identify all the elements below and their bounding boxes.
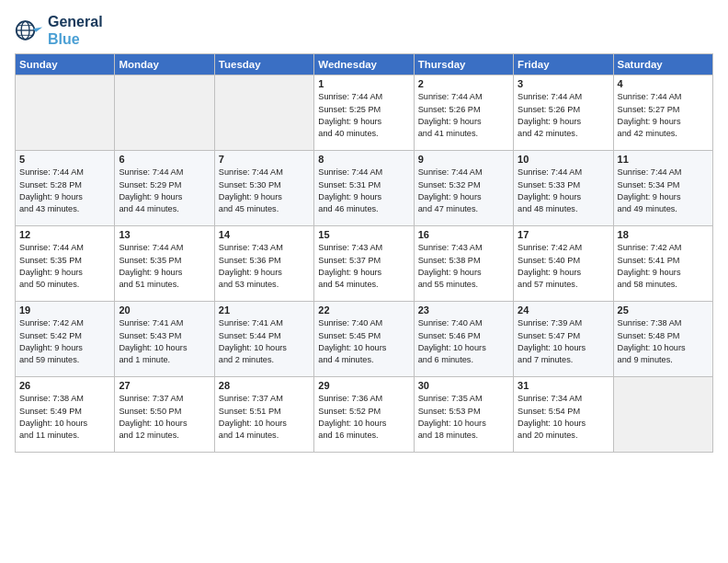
day-number: 10 [518, 154, 609, 165]
col-header-sunday: Sunday [16, 54, 115, 75]
day-info: Sunrise: 7:37 AM Sunset: 5:51 PM Dayligh… [219, 393, 310, 442]
col-header-tuesday: Tuesday [214, 54, 313, 75]
calendar-cell: 30Sunrise: 7:35 AM Sunset: 5:53 PM Dayli… [414, 377, 513, 453]
day-info: Sunrise: 7:42 AM Sunset: 5:41 PM Dayligh… [618, 242, 709, 291]
day-number: 22 [318, 304, 409, 316]
day-info: Sunrise: 7:37 AM Sunset: 5:50 PM Dayligh… [119, 393, 210, 442]
day-info: Sunrise: 7:44 AM Sunset: 5:35 PM Dayligh… [119, 242, 210, 291]
day-number: 20 [119, 304, 210, 316]
day-number: 14 [219, 229, 310, 240]
calendar-week-2: 5Sunrise: 7:44 AM Sunset: 5:28 PM Daylig… [16, 151, 713, 226]
calendar-week-5: 26Sunrise: 7:38 AM Sunset: 5:49 PM Dayli… [16, 377, 713, 453]
day-info: Sunrise: 7:44 AM Sunset: 5:29 PM Dayligh… [119, 167, 210, 215]
col-header-monday: Monday [115, 54, 214, 75]
calendar-cell: 6Sunrise: 7:44 AM Sunset: 5:29 PM Daylig… [115, 151, 214, 226]
day-info: Sunrise: 7:44 AM Sunset: 5:25 PM Dayligh… [318, 91, 409, 140]
day-info: Sunrise: 7:42 AM Sunset: 5:40 PM Dayligh… [518, 242, 609, 291]
calendar-cell: 14Sunrise: 7:43 AM Sunset: 5:36 PM Dayli… [214, 226, 313, 302]
day-info: Sunrise: 7:44 AM Sunset: 5:32 PM Dayligh… [418, 167, 509, 215]
day-info: Sunrise: 7:43 AM Sunset: 5:37 PM Dayligh… [318, 242, 409, 291]
calendar-cell: 23Sunrise: 7:40 AM Sunset: 5:46 PM Dayli… [414, 302, 513, 377]
day-info: Sunrise: 7:44 AM Sunset: 5:31 PM Dayligh… [318, 167, 409, 215]
day-number: 6 [119, 154, 210, 165]
calendar-cell: 31Sunrise: 7:34 AM Sunset: 5:54 PM Dayli… [514, 377, 613, 453]
header: General Blue [15, 9, 713, 48]
day-info: Sunrise: 7:44 AM Sunset: 5:35 PM Dayligh… [19, 242, 110, 291]
day-number: 5 [19, 154, 110, 165]
calendar-cell: 18Sunrise: 7:42 AM Sunset: 5:41 PM Dayli… [613, 226, 712, 302]
day-info: Sunrise: 7:36 AM Sunset: 5:52 PM Dayligh… [318, 393, 409, 442]
day-info: Sunrise: 7:34 AM Sunset: 5:54 PM Dayligh… [518, 393, 609, 442]
day-info: Sunrise: 7:38 AM Sunset: 5:49 PM Dayligh… [19, 393, 110, 442]
day-info: Sunrise: 7:40 AM Sunset: 5:45 PM Dayligh… [318, 317, 409, 366]
day-info: Sunrise: 7:41 AM Sunset: 5:44 PM Dayligh… [219, 317, 310, 366]
day-info: Sunrise: 7:44 AM Sunset: 5:27 PM Dayligh… [618, 91, 709, 140]
day-number: 25 [618, 304, 709, 316]
calendar-cell: 16Sunrise: 7:43 AM Sunset: 5:38 PM Dayli… [414, 226, 513, 302]
calendar-cell: 12Sunrise: 7:44 AM Sunset: 5:35 PM Dayli… [16, 226, 115, 302]
day-info: Sunrise: 7:44 AM Sunset: 5:26 PM Dayligh… [418, 91, 509, 140]
day-number: 13 [119, 229, 210, 240]
day-number: 11 [618, 154, 709, 165]
calendar-cell: 22Sunrise: 7:40 AM Sunset: 5:45 PM Dayli… [314, 302, 414, 377]
day-number: 23 [418, 304, 509, 316]
calendar-week-1: 1Sunrise: 7:44 AM Sunset: 5:25 PM Daylig… [16, 75, 713, 151]
day-number: 9 [418, 154, 509, 165]
calendar-cell: 15Sunrise: 7:43 AM Sunset: 5:37 PM Dayli… [314, 226, 414, 302]
day-info: Sunrise: 7:42 AM Sunset: 5:42 PM Dayligh… [19, 317, 110, 366]
day-number: 2 [418, 78, 509, 89]
day-number: 27 [119, 380, 210, 391]
calendar-cell: 19Sunrise: 7:42 AM Sunset: 5:42 PM Dayli… [16, 302, 115, 377]
calendar-week-3: 12Sunrise: 7:44 AM Sunset: 5:35 PM Dayli… [16, 226, 713, 302]
calendar-cell: 21Sunrise: 7:41 AM Sunset: 5:44 PM Dayli… [214, 302, 313, 377]
day-info: Sunrise: 7:35 AM Sunset: 5:53 PM Dayligh… [418, 393, 509, 442]
day-info: Sunrise: 7:43 AM Sunset: 5:38 PM Dayligh… [418, 242, 509, 291]
day-info: Sunrise: 7:39 AM Sunset: 5:47 PM Dayligh… [518, 317, 609, 366]
day-number: 12 [19, 229, 110, 240]
calendar-cell: 11Sunrise: 7:44 AM Sunset: 5:34 PM Dayli… [613, 151, 712, 226]
day-number: 29 [318, 380, 409, 391]
calendar-cell [214, 75, 313, 151]
col-header-saturday: Saturday [613, 54, 712, 75]
calendar-cell: 24Sunrise: 7:39 AM Sunset: 5:47 PM Dayli… [514, 302, 613, 377]
calendar-cell: 4Sunrise: 7:44 AM Sunset: 5:27 PM Daylig… [613, 75, 712, 151]
calendar-cell: 10Sunrise: 7:44 AM Sunset: 5:33 PM Dayli… [514, 151, 613, 226]
calendar: SundayMondayTuesdayWednesdayThursdayFrid… [15, 53, 713, 453]
calendar-cell: 29Sunrise: 7:36 AM Sunset: 5:52 PM Dayli… [314, 377, 414, 453]
day-info: Sunrise: 7:38 AM Sunset: 5:48 PM Dayligh… [618, 317, 709, 366]
day-number: 17 [518, 229, 609, 240]
day-number: 19 [19, 304, 110, 316]
col-header-wednesday: Wednesday [314, 54, 414, 75]
day-info: Sunrise: 7:44 AM Sunset: 5:33 PM Dayligh… [518, 167, 609, 215]
calendar-cell: 3Sunrise: 7:44 AM Sunset: 5:26 PM Daylig… [514, 75, 613, 151]
col-header-thursday: Thursday [414, 54, 513, 75]
day-number: 15 [318, 229, 409, 240]
day-number: 24 [518, 304, 609, 316]
day-number: 26 [19, 380, 110, 391]
day-info: Sunrise: 7:44 AM Sunset: 5:28 PM Dayligh… [19, 167, 110, 215]
day-number: 16 [418, 229, 509, 240]
day-number: 8 [318, 154, 409, 165]
page: General Blue SundayMondayTuesdayWednesda… [0, 0, 728, 462]
day-info: Sunrise: 7:40 AM Sunset: 5:46 PM Dayligh… [418, 317, 509, 366]
calendar-cell: 17Sunrise: 7:42 AM Sunset: 5:40 PM Dayli… [514, 226, 613, 302]
day-info: Sunrise: 7:44 AM Sunset: 5:26 PM Dayligh… [518, 91, 609, 140]
logo-icon [15, 16, 44, 45]
day-number: 4 [618, 78, 709, 89]
calendar-cell: 2Sunrise: 7:44 AM Sunset: 5:26 PM Daylig… [414, 75, 513, 151]
calendar-cell: 8Sunrise: 7:44 AM Sunset: 5:31 PM Daylig… [314, 151, 414, 226]
calendar-cell: 20Sunrise: 7:41 AM Sunset: 5:43 PM Dayli… [115, 302, 214, 377]
calendar-cell: 25Sunrise: 7:38 AM Sunset: 5:48 PM Dayli… [613, 302, 712, 377]
day-number: 21 [219, 304, 310, 316]
calendar-cell: 13Sunrise: 7:44 AM Sunset: 5:35 PM Dayli… [115, 226, 214, 302]
day-number: 31 [518, 380, 609, 391]
calendar-week-4: 19Sunrise: 7:42 AM Sunset: 5:42 PM Dayli… [16, 302, 713, 377]
day-number: 1 [318, 78, 409, 89]
day-info: Sunrise: 7:41 AM Sunset: 5:43 PM Dayligh… [119, 317, 210, 366]
day-info: Sunrise: 7:44 AM Sunset: 5:34 PM Dayligh… [618, 167, 709, 215]
calendar-cell [613, 377, 712, 453]
calendar-cell: 5Sunrise: 7:44 AM Sunset: 5:28 PM Daylig… [16, 151, 115, 226]
day-info: Sunrise: 7:44 AM Sunset: 5:30 PM Dayligh… [219, 167, 310, 215]
logo-text: General Blue [48, 13, 103, 48]
day-number: 18 [618, 229, 709, 240]
